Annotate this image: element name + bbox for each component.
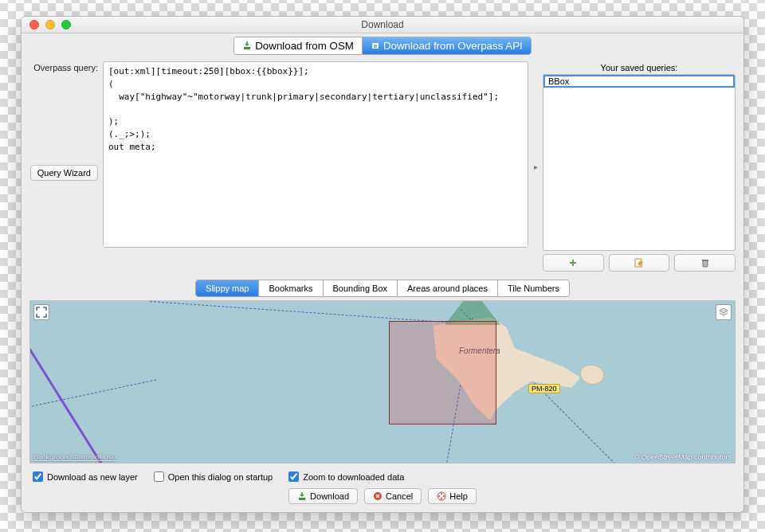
svg-rect-4	[299, 498, 305, 500]
map-attribution: © OpenStreetMap contributors	[634, 453, 732, 461]
download-overpass-icon	[371, 41, 380, 50]
help-button[interactable]: Help	[428, 488, 477, 504]
map-water	[30, 301, 735, 463]
cancel-icon	[373, 491, 382, 501]
edit-icon	[634, 258, 644, 268]
edit-saved-query-button[interactable]	[609, 254, 670, 272]
help-icon	[437, 491, 446, 501]
add-saved-query-button[interactable]	[543, 254, 604, 272]
map-terms-link[interactable]: Background Terms of Use	[33, 453, 116, 461]
help-button-label: Help	[449, 491, 468, 501]
download-as-new-layer-label: Download as new layer	[47, 472, 138, 482]
tab-bookmarks[interactable]: Bookmarks	[258, 280, 322, 296]
overpass-query-label: Overpass query:	[33, 61, 98, 72]
download-icon	[297, 491, 307, 501]
download-as-new-layer-checkbox[interactable]	[33, 471, 43, 482]
plus-icon	[568, 258, 578, 268]
zoom-to-data-option[interactable]: Zoom to downloaded data	[288, 471, 404, 482]
tab-download-osm[interactable]: Download from OSM	[234, 37, 362, 54]
location-tabs: Slippy map Bookmarks Bounding Box Areas …	[22, 280, 743, 297]
overpass-query-textarea[interactable]	[103, 61, 528, 248]
open-on-startup-option[interactable]: Open this dialog on startup	[154, 471, 273, 482]
tab-download-overpass-label: Download from Overpass API	[383, 40, 523, 52]
dialog-footer: Download Cancel Help	[22, 485, 743, 512]
cancel-button-label: Cancel	[386, 491, 413, 501]
saved-query-item[interactable]: BBox	[543, 75, 735, 88]
tab-download-osm-label: Download from OSM	[255, 40, 354, 52]
query-wizard-button[interactable]: Query Wizard	[30, 165, 98, 181]
map-layers-button[interactable]	[716, 304, 732, 320]
open-on-startup-checkbox[interactable]	[154, 471, 164, 482]
tab-bounding-box[interactable]: Bounding Box	[323, 280, 398, 296]
download-button-label: Download	[310, 491, 349, 501]
open-on-startup-label: Open this dialog on startup	[168, 472, 273, 482]
options-row: Download as new layer Open this dialog o…	[22, 464, 743, 485]
tab-slippy-map[interactable]: Slippy map	[196, 280, 258, 296]
zoom-to-data-label: Zoom to downloaded data	[303, 472, 404, 482]
titlebar: Download	[22, 17, 743, 33]
saved-queries-list[interactable]: BBox	[543, 74, 736, 252]
saved-queries-label: Your saved queries:	[543, 61, 736, 74]
download-osm-icon	[242, 41, 252, 50]
download-as-new-layer-option[interactable]: Download as new layer	[33, 471, 138, 482]
tab-tile-numbers[interactable]: Tile Numbers	[497, 280, 569, 296]
trash-icon	[700, 258, 710, 268]
map-fullscreen-button[interactable]	[33, 304, 49, 320]
tab-areas-around-places[interactable]: Areas around places	[397, 280, 497, 296]
svg-rect-3	[702, 260, 708, 261]
selection-bounding-box[interactable]	[389, 321, 496, 424]
window-title: Download	[22, 19, 743, 30]
panel-expand-handle[interactable]: ▸	[533, 61, 538, 272]
fullscreen-icon	[36, 307, 47, 318]
zoom-to-data-checkbox[interactable]	[288, 471, 299, 482]
svg-rect-0	[244, 47, 250, 49]
delete-saved-query-button[interactable]	[674, 254, 736, 272]
download-button[interactable]: Download	[288, 488, 358, 504]
tab-download-overpass[interactable]: Download from Overpass API	[362, 37, 531, 54]
road-label: PM-820	[528, 384, 560, 393]
cancel-button[interactable]: Cancel	[364, 488, 422, 504]
query-panel: Overpass query: Query Wizard ▸ Your save…	[22, 57, 743, 276]
download-dialog: Download Download from OSM Download from…	[21, 16, 744, 513]
layers-icon	[718, 307, 729, 318]
slippy-map[interactable]: Formentera PM-820 Background Terms of Us…	[29, 300, 736, 464]
source-tabs: Download from OSM Download from Overpass…	[22, 33, 743, 57]
